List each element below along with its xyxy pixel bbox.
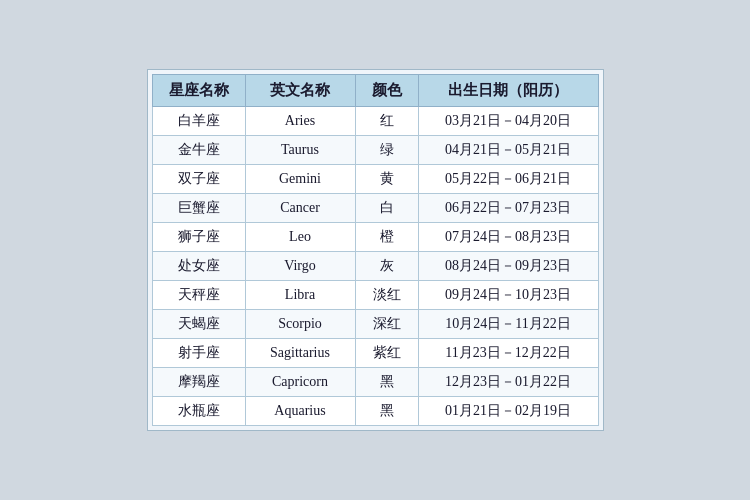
cell-zh: 白羊座 <box>152 107 245 136</box>
cell-color: 红 <box>355 107 418 136</box>
table-row: 水瓶座Aquarius黑01月21日－02月19日 <box>152 397 598 426</box>
header-zh: 星座名称 <box>152 75 245 107</box>
cell-zh: 巨蟹座 <box>152 194 245 223</box>
table-header-row: 星座名称 英文名称 颜色 出生日期（阳历） <box>152 75 598 107</box>
cell-zh: 射手座 <box>152 339 245 368</box>
cell-date: 05月22日－06月21日 <box>418 165 598 194</box>
cell-date: 09月24日－10月23日 <box>418 281 598 310</box>
cell-date: 06月22日－07月23日 <box>418 194 598 223</box>
cell-en: Capricorn <box>245 368 355 397</box>
zodiac-table: 星座名称 英文名称 颜色 出生日期（阳历） 白羊座Aries红03月21日－04… <box>152 74 599 426</box>
cell-color: 灰 <box>355 252 418 281</box>
cell-zh: 摩羯座 <box>152 368 245 397</box>
cell-zh: 处女座 <box>152 252 245 281</box>
table-row: 巨蟹座Cancer白06月22日－07月23日 <box>152 194 598 223</box>
table-row: 摩羯座Capricorn黑12月23日－01月22日 <box>152 368 598 397</box>
table-row: 金牛座Taurus绿04月21日－05月21日 <box>152 136 598 165</box>
cell-en: Scorpio <box>245 310 355 339</box>
cell-en: Leo <box>245 223 355 252</box>
cell-date: 10月24日－11月22日 <box>418 310 598 339</box>
zodiac-table-wrapper: 星座名称 英文名称 颜色 出生日期（阳历） 白羊座Aries红03月21日－04… <box>147 69 604 431</box>
cell-zh: 金牛座 <box>152 136 245 165</box>
cell-en: Cancer <box>245 194 355 223</box>
cell-en: Sagittarius <box>245 339 355 368</box>
table-row: 双子座Gemini黄05月22日－06月21日 <box>152 165 598 194</box>
header-en: 英文名称 <box>245 75 355 107</box>
cell-date: 11月23日－12月22日 <box>418 339 598 368</box>
cell-zh: 天蝎座 <box>152 310 245 339</box>
table-row: 白羊座Aries红03月21日－04月20日 <box>152 107 598 136</box>
cell-en: Aquarius <box>245 397 355 426</box>
table-row: 射手座Sagittarius紫红11月23日－12月22日 <box>152 339 598 368</box>
cell-color: 绿 <box>355 136 418 165</box>
table-row: 狮子座Leo橙07月24日－08月23日 <box>152 223 598 252</box>
cell-zh: 天秤座 <box>152 281 245 310</box>
cell-en: Taurus <box>245 136 355 165</box>
cell-date: 03月21日－04月20日 <box>418 107 598 136</box>
cell-date: 08月24日－09月23日 <box>418 252 598 281</box>
cell-en: Gemini <box>245 165 355 194</box>
cell-zh: 狮子座 <box>152 223 245 252</box>
table-row: 天蝎座Scorpio深红10月24日－11月22日 <box>152 310 598 339</box>
header-date: 出生日期（阳历） <box>418 75 598 107</box>
table-row: 天秤座Libra淡红09月24日－10月23日 <box>152 281 598 310</box>
table-body: 白羊座Aries红03月21日－04月20日金牛座Taurus绿04月21日－0… <box>152 107 598 426</box>
cell-date: 01月21日－02月19日 <box>418 397 598 426</box>
cell-color: 黄 <box>355 165 418 194</box>
cell-en: Virgo <box>245 252 355 281</box>
cell-color: 黑 <box>355 397 418 426</box>
cell-color: 深红 <box>355 310 418 339</box>
cell-en: Libra <box>245 281 355 310</box>
cell-en: Aries <box>245 107 355 136</box>
cell-color: 橙 <box>355 223 418 252</box>
cell-color: 白 <box>355 194 418 223</box>
cell-color: 淡红 <box>355 281 418 310</box>
table-row: 处女座Virgo灰08月24日－09月23日 <box>152 252 598 281</box>
cell-color: 黑 <box>355 368 418 397</box>
cell-date: 12月23日－01月22日 <box>418 368 598 397</box>
cell-zh: 双子座 <box>152 165 245 194</box>
cell-zh: 水瓶座 <box>152 397 245 426</box>
cell-date: 07月24日－08月23日 <box>418 223 598 252</box>
cell-date: 04月21日－05月21日 <box>418 136 598 165</box>
cell-color: 紫红 <box>355 339 418 368</box>
header-color: 颜色 <box>355 75 418 107</box>
